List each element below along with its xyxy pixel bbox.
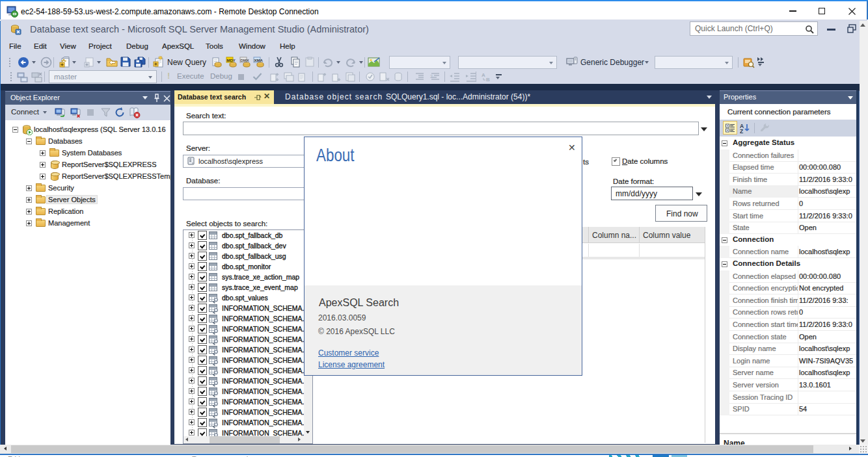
svg-text:2: 2 (430, 74, 433, 79)
svg-text:MDY: MDY (227, 59, 236, 62)
svg-text:B: B (486, 77, 490, 83)
svg-text:DMX: DMX (241, 59, 249, 62)
svg-text:Z: Z (740, 128, 743, 133)
svg-text:A: A (481, 72, 485, 78)
svg-text:XMA: XMA (254, 59, 264, 62)
